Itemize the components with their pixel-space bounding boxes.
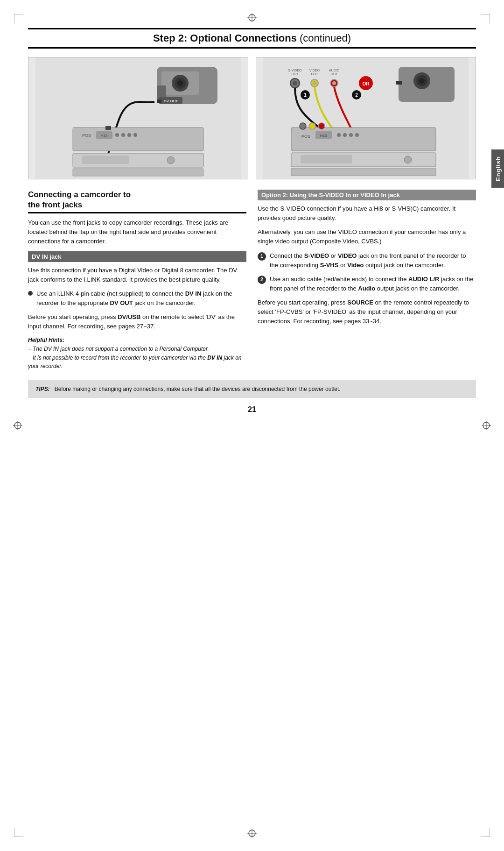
step2-text: Use an audio cable (red/white ends) to c…: [270, 275, 476, 293]
title-bold: Step 2: Optional Connections: [153, 32, 297, 44]
svg-text:OR: OR: [363, 81, 370, 86]
svg-point-69: [309, 123, 315, 129]
svideo-body2: Alternatively, you can use the VIDEO con…: [258, 227, 476, 246]
bullet-text: Use an i.LINK 4-pin cable (not supplied)…: [36, 289, 246, 308]
svg-text:H33: H33: [101, 134, 108, 138]
col-right: Option 2: Using the S-VIDEO In or VIDEO …: [258, 190, 476, 371]
page: English Step 2: Optional Connections (co…: [0, 0, 504, 851]
hints-title: Helpful Hints:: [28, 337, 64, 343]
content-columns: Connecting a camcorder to the front jack…: [28, 190, 476, 371]
svg-rect-21: [157, 99, 161, 103]
section-intro: You can use the front jacks to copy camc…: [28, 218, 246, 246]
svg-text:POS: POS: [301, 134, 310, 139]
dv-in-body: Use this connection if you have a Digita…: [28, 266, 246, 284]
heading-line2: the front jacks: [28, 200, 82, 209]
reg-mark-right: [482, 421, 491, 430]
page-title: Step 2: Optional Connections (continued): [28, 28, 476, 49]
svg-point-67: [355, 133, 359, 137]
image-panels: DV OUT POS H33: [28, 57, 476, 179]
option2-bar: Option 2: Using the S-VIDEO In or VIDEO …: [258, 190, 476, 200]
corner-mark-tl: [14, 14, 23, 23]
dv-in-bar: DV IN jack: [28, 251, 246, 262]
corner-mark-bl: [14, 828, 23, 837]
tips-label: TIPS:: [35, 385, 50, 394]
svg-rect-72: [301, 155, 352, 163]
tips-text: Before making or changing any connection…: [55, 385, 341, 394]
reg-mark-left: [13, 421, 22, 430]
corner-mark-tr: [481, 14, 490, 23]
svg-point-18: [177, 80, 183, 86]
numbered-item-1: 1 Connect the S-VIDEO or VIDEO jack on t…: [258, 251, 476, 270]
title-normal: (continued): [297, 32, 351, 44]
reg-mark-bottom: [247, 829, 257, 838]
svg-point-47: [332, 81, 336, 85]
svg-text:DV OUT: DV OUT: [164, 99, 178, 103]
svg-text:AUDIO: AUDIO: [329, 69, 340, 72]
diagram-right: S-VIDEO OUT VIDEO OUT AUDIO OUT OR: [256, 57, 476, 179]
hint2: – It is not possible to record from the …: [28, 355, 242, 370]
diagram-left: DV OUT POS H33: [28, 57, 248, 179]
svg-rect-34: [73, 169, 203, 176]
svg-text:OUT: OUT: [331, 72, 338, 76]
svg-rect-59: [396, 81, 402, 85]
svg-point-65: [343, 133, 347, 137]
svg-point-27: [121, 133, 125, 137]
svg-rect-32: [82, 156, 129, 164]
svg-point-28: [127, 133, 131, 137]
svg-text:S-VIDEO: S-VIDEO: [288, 69, 302, 72]
english-tab: English: [491, 149, 504, 188]
svg-text:OUT: OUT: [311, 72, 319, 76]
hint1: – The DV IN jack does not support a conn…: [28, 346, 209, 352]
col-left: Connecting a camcorder to the front jack…: [28, 190, 246, 371]
corner-mark-br: [481, 828, 490, 837]
bullet-item: Use an i.LINK 4-pin cable (not supplied)…: [28, 289, 246, 308]
svg-text:POS: POS: [82, 133, 91, 138]
before-text-left: Before you start operating, press DV/USB…: [28, 312, 246, 331]
svg-point-73: [404, 156, 412, 163]
svg-point-58: [419, 78, 425, 84]
tips-bar: TIPS: Before making or changing any conn…: [28, 380, 476, 398]
svg-text:1: 1: [304, 92, 307, 98]
num-1: 1: [258, 252, 266, 261]
svg-point-29: [133, 133, 137, 137]
svg-point-70: [318, 123, 325, 129]
heading-line1: Connecting a camcorder to: [28, 190, 131, 199]
svg-text:OUT: OUT: [292, 72, 299, 76]
numbered-item-2: 2 Use an audio cable (red/white ends) to…: [258, 275, 476, 293]
reg-mark-top: [247, 13, 257, 22]
svg-point-26: [115, 133, 119, 137]
svg-text:2: 2: [355, 92, 358, 98]
svg-point-45: [313, 81, 316, 85]
svideo-body1: Use the S-VIDEO connection if you have a…: [258, 204, 476, 223]
svg-point-64: [337, 133, 341, 137]
svg-rect-60: [291, 128, 436, 151]
svg-text:H33: H33: [320, 134, 327, 138]
step1-text: Connect the S-VIDEO or VIDEO jack on the…: [270, 251, 476, 270]
svg-text:VIDEO: VIDEO: [309, 69, 320, 72]
svg-rect-30: [105, 126, 111, 130]
section-heading: Connecting a camcorder to the front jack…: [28, 190, 246, 213]
before-text-right: Before you start operating, press SOURCE…: [258, 298, 476, 326]
svg-point-43: [293, 81, 297, 85]
svg-rect-74: [291, 168, 436, 176]
svg-point-66: [349, 133, 353, 137]
page-number: 21: [28, 405, 476, 414]
bullet-dot: [28, 291, 33, 296]
num-2: 2: [258, 276, 266, 284]
svg-point-68: [300, 123, 306, 129]
svg-point-33: [167, 156, 175, 164]
helpful-hints: Helpful Hints: – The DV IN jack does not…: [28, 336, 246, 370]
svg-rect-22: [73, 128, 203, 151]
